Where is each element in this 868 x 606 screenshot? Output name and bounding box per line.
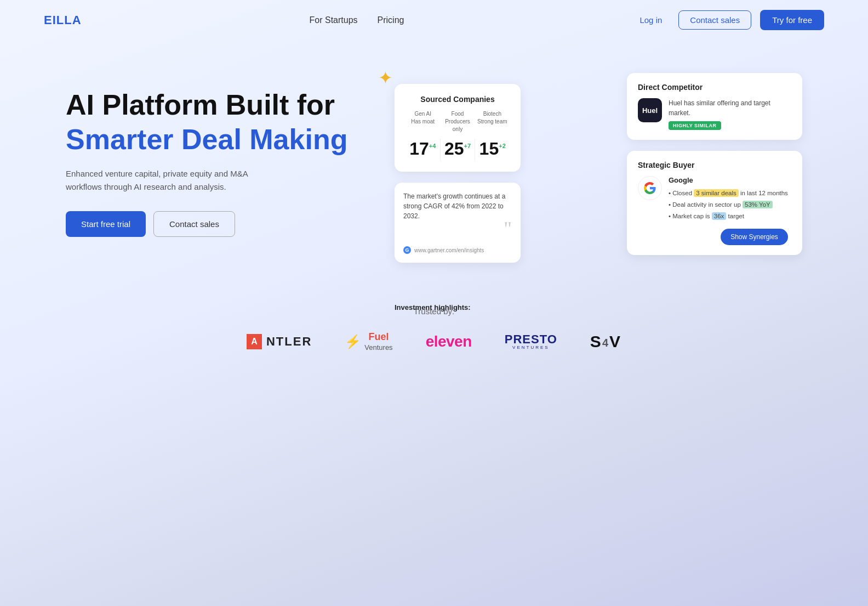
sparkle-icon: ✦ bbox=[378, 67, 393, 88]
hero-contact-button[interactable]: Contact sales bbox=[153, 211, 235, 237]
sourced-col3-label: Biotech bbox=[475, 110, 510, 118]
nav-links: For Startups Pricing bbox=[310, 15, 404, 25]
right-cards-col: Direct Competitor Huel Huel has similar … bbox=[627, 73, 802, 263]
navbar: EILLA For Startups Pricing Log in Contac… bbox=[0, 0, 868, 40]
eleven-logo: eleven bbox=[426, 333, 472, 350]
strategic-buyer-card: Strategic Buyer Google • Closed 3 bbox=[627, 151, 802, 255]
antler-icon: A bbox=[247, 334, 262, 349]
google-logo bbox=[638, 176, 662, 200]
competitor-body: Huel Huel has similar offering and targe… bbox=[638, 98, 791, 130]
sav-logo: S4V bbox=[590, 332, 621, 351]
sourced-col2-label: Food bbox=[440, 110, 475, 118]
eleven-text: eleven bbox=[426, 333, 472, 350]
sourced-companies-card: Sourced Companies Gen AI Has moat Food P… bbox=[395, 84, 521, 172]
investment-title: Investment highlights: bbox=[395, 303, 521, 312]
sourced-delta-3: +2 bbox=[499, 143, 506, 149]
sourced-num-2: 25+7 bbox=[441, 139, 475, 159]
bullet1-pre: Closed bbox=[672, 190, 694, 196]
strategic-bullet-1: • Closed 3 similar deals in last 12 mont… bbox=[669, 189, 788, 197]
sourced-delta-1: +4 bbox=[429, 143, 436, 149]
sourced-numbers: 17+4 25+7 15+2 bbox=[406, 139, 510, 161]
hero-title-black: AI Platform Built for bbox=[66, 89, 362, 121]
show-synergies-button[interactable]: Show Synergies bbox=[721, 229, 788, 245]
bullet3-pre: Market cap is bbox=[672, 213, 712, 219]
bullet3-post: target bbox=[726, 213, 744, 219]
similar-deals-highlight: 3 similar deals bbox=[694, 189, 739, 197]
fuel-icon: ⚡ bbox=[345, 334, 361, 349]
gartner-g-icon: G bbox=[403, 246, 411, 254]
presto-logo: PRESTO VENTURES bbox=[505, 333, 557, 350]
hero-subtitle: Enhanced venture capital, private equity… bbox=[66, 167, 274, 194]
investment-source: G www.gartner.com/en/insights bbox=[403, 246, 512, 254]
sourced-col3-sub: Strong team bbox=[475, 118, 510, 126]
login-button[interactable]: Log in bbox=[632, 11, 670, 29]
strategic-bullet-2: • Deal activity in sector up 53% YoY bbox=[669, 200, 788, 209]
hero-title-blue: Smarter Deal Making bbox=[66, 124, 362, 155]
hero-buttons: Start free trial Contact sales bbox=[66, 211, 362, 237]
antler-text: NTLER bbox=[266, 335, 312, 349]
try-free-button[interactable]: Try for free bbox=[760, 10, 824, 30]
strategic-info: Google • Closed 3 similar deals in last … bbox=[669, 176, 788, 245]
presto-text: PRESTO bbox=[505, 333, 557, 346]
investment-quote-text: The market's growth continues at a stron… bbox=[403, 191, 512, 221]
trusted-section: Trusted by: A NTLER ⚡ Fuel Ventures elev… bbox=[0, 307, 868, 384]
competitor-card-title: Direct Competitor bbox=[638, 83, 791, 92]
sourced-num-3: 15+2 bbox=[475, 139, 510, 159]
sourced-col1-label: Gen AI bbox=[406, 110, 440, 118]
bullet1-post: in last 12 months bbox=[739, 190, 788, 196]
yoy-highlight: 53% YoY bbox=[743, 201, 773, 208]
nav-pricing[interactable]: Pricing bbox=[378, 15, 404, 25]
quote-decorative-mark: " bbox=[403, 219, 512, 239]
sav-text: S4V bbox=[590, 332, 621, 350]
presto-sub: VENTURES bbox=[512, 346, 550, 350]
competitor-info: Huel has similar offering and target mar… bbox=[669, 98, 791, 130]
trusted-logos: A NTLER ⚡ Fuel Ventures eleven PRESTO VE… bbox=[0, 331, 868, 352]
sourced-col-2: Food Producers only bbox=[440, 110, 475, 133]
google-name: Google bbox=[669, 176, 788, 184]
investment-highlights-card: Investment highlights: The market's grow… bbox=[395, 183, 521, 263]
left-cards-col: Sourced Companies Gen AI Has moat Food P… bbox=[395, 73, 526, 263]
fuel-text: Fuel Ventures bbox=[364, 331, 392, 352]
hero-section: AI Platform Built for Smarter Deal Makin… bbox=[0, 40, 868, 263]
hero-left: AI Platform Built for Smarter Deal Makin… bbox=[66, 73, 362, 237]
huel-logo: Huel bbox=[638, 98, 662, 122]
nav-for-startups[interactable]: For Startups bbox=[310, 15, 358, 25]
contact-sales-button[interactable]: Contact sales bbox=[678, 10, 751, 30]
hero-cards-area: ✦ Sourced Companies Gen AI Has moat Food… bbox=[395, 73, 802, 263]
antler-logo: A NTLER bbox=[247, 334, 312, 349]
market-cap-highlight: 36x bbox=[712, 212, 727, 220]
sourced-num-1: 17+4 bbox=[406, 139, 440, 159]
fuel-ventures-logo: ⚡ Fuel Ventures bbox=[345, 331, 392, 352]
brand-logo[interactable]: EILLA bbox=[44, 13, 82, 27]
sourced-col-1: Gen AI Has moat bbox=[406, 110, 440, 133]
sourced-card-title: Sourced Companies bbox=[406, 95, 510, 104]
sourced-col1-sub: Has moat bbox=[406, 118, 440, 126]
direct-competitor-card: Direct Competitor Huel Huel has similar … bbox=[627, 73, 802, 140]
competitor-description: Huel has similar offering and target mar… bbox=[669, 98, 791, 118]
highly-similar-badge: HIGHLY SIMILAR bbox=[669, 121, 721, 130]
nav-right: Log in Contact sales Try for free bbox=[632, 10, 824, 30]
bullet2-pre: Deal activity in sector up bbox=[672, 201, 743, 208]
start-trial-button[interactable]: Start free trial bbox=[66, 211, 146, 237]
sourced-col-3: Biotech Strong team bbox=[475, 110, 510, 133]
strategic-card-title: Strategic Buyer bbox=[638, 161, 791, 169]
sourced-delta-2: +7 bbox=[464, 143, 471, 149]
investment-source-url: www.gartner.com/en/insights bbox=[414, 247, 484, 253]
strategic-body: Google • Closed 3 similar deals in last … bbox=[638, 176, 791, 245]
strategic-bullet-3: • Market cap is 36x target bbox=[669, 212, 788, 220]
sourced-columns: Gen AI Has moat Food Producers only Biot… bbox=[406, 110, 510, 133]
sourced-col2-sub: Producers only bbox=[440, 118, 475, 133]
